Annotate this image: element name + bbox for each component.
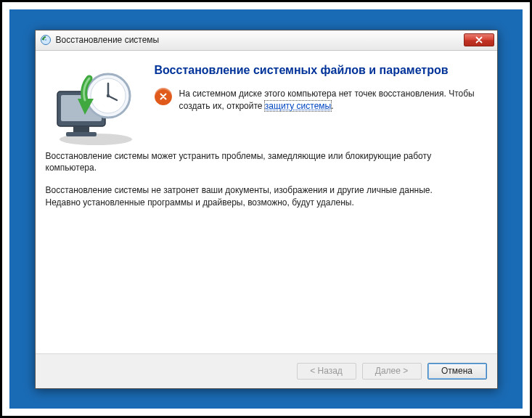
wizard-button-row: < Назад Далее > Отмена [36, 353, 497, 388]
next-button: Далее > [362, 363, 422, 380]
description-para-1: Восстановление системы может устранить п… [46, 150, 457, 175]
system-protection-link[interactable]: защиту системы [265, 101, 331, 111]
titlebar: Восстановление системы [36, 30, 497, 51]
cancel-button[interactable]: Отмена [427, 363, 487, 380]
error-message: На системном диске этого компьютера нет … [179, 88, 478, 112]
error-icon [155, 88, 172, 105]
system-restore-wizard-window: Восстановление системы [35, 30, 498, 389]
system-restore-graphic-icon [41, 61, 143, 148]
svg-point-2 [45, 39, 46, 41]
window-title: Восстановление системы [56, 35, 459, 45]
wizard-heading: Восстановление системных файлов и параме… [155, 62, 478, 78]
right-pane: Восстановление системных файлов и параме… [152, 51, 497, 353]
back-button: < Назад [297, 363, 356, 380]
svg-rect-7 [66, 132, 97, 136]
svg-point-12 [106, 94, 109, 97]
description-para-2: Восстановление системы не затронет ваши … [46, 184, 457, 209]
error-row: На системном диске этого компьютера нет … [155, 88, 478, 112]
wizard-body: Восстановление системных файлов и параме… [36, 51, 497, 353]
svg-rect-6 [73, 126, 89, 132]
body-description: Восстановление системы может устранить п… [46, 150, 478, 219]
system-restore-icon [40, 34, 52, 46]
close-button[interactable] [464, 33, 494, 46]
error-text-post: . [331, 101, 333, 111]
